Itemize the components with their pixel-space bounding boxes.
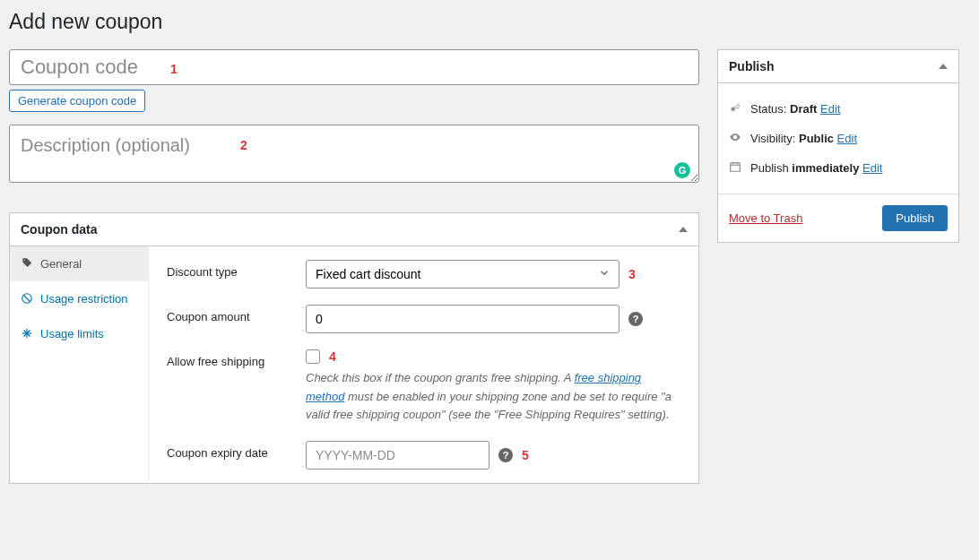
move-to-trash-link[interactable]: Move to Trash [729,211,802,225]
publish-time-label: Publish immediately Edit [750,161,882,175]
annotation-5: 5 [522,448,529,462]
annotation-2: 2 [240,138,247,152]
tab-usage-restriction[interactable]: Usage restriction [10,281,148,316]
ban-icon [21,292,33,305]
free-shipping-checkbox[interactable] [306,349,320,364]
annotation-1: 1 [170,62,178,76]
page-title: Add new coupon [9,9,970,36]
generate-coupon-button[interactable]: Generate coupon code [9,90,145,112]
publish-header[interactable]: Publish [718,50,958,83]
annotation-4: 4 [329,349,336,364]
edit-visibility-link[interactable]: Edit [837,132,857,145]
edit-publish-time-link[interactable]: Edit [862,161,882,175]
coupon-data-header[interactable]: Coupon data [10,213,698,246]
tab-usage-limits[interactable]: Usage limits [10,316,148,351]
grammarly-icon: G [674,162,690,178]
collapse-icon [939,64,948,69]
key-icon [729,101,743,116]
discount-type-label: Discount type [167,260,306,279]
coupon-data-panel: Coupon data General Usage restriction [9,212,699,484]
calendar-icon [729,160,743,176]
expiry-label: Coupon expiry date [167,441,306,460]
eye-icon [729,131,743,146]
description-input[interactable] [9,125,699,183]
free-shipping-label: Allow free shipping [167,349,306,368]
collapse-icon [679,227,688,232]
visibility-label: Visibility: Public Edit [750,132,857,145]
limits-icon [21,327,33,340]
edit-status-link[interactable]: Edit [820,102,840,116]
coupon-amount-input[interactable] [306,305,619,333]
svg-rect-7 [731,163,741,171]
expiry-date-input[interactable] [306,441,490,470]
free-shipping-hint: Check this box if the coupon grants free… [306,369,673,425]
tab-general[interactable]: General [10,246,148,281]
tag-icon [21,257,33,270]
discount-type-select[interactable]: Fixed cart discount [306,260,619,289]
publish-button[interactable]: Publish [882,205,948,231]
coupon-amount-label: Coupon amount [167,305,306,323]
status-label: Status: Draft Edit [750,102,840,116]
annotation-3: 3 [628,267,636,281]
coupon-code-input[interactable] [9,49,699,85]
svg-line-1 [24,296,30,302]
help-icon[interactable]: ? [628,312,643,326]
help-icon[interactable]: ? [498,448,513,462]
publish-panel: Publish Status: Draft Edit Visibility: P… [717,49,959,243]
